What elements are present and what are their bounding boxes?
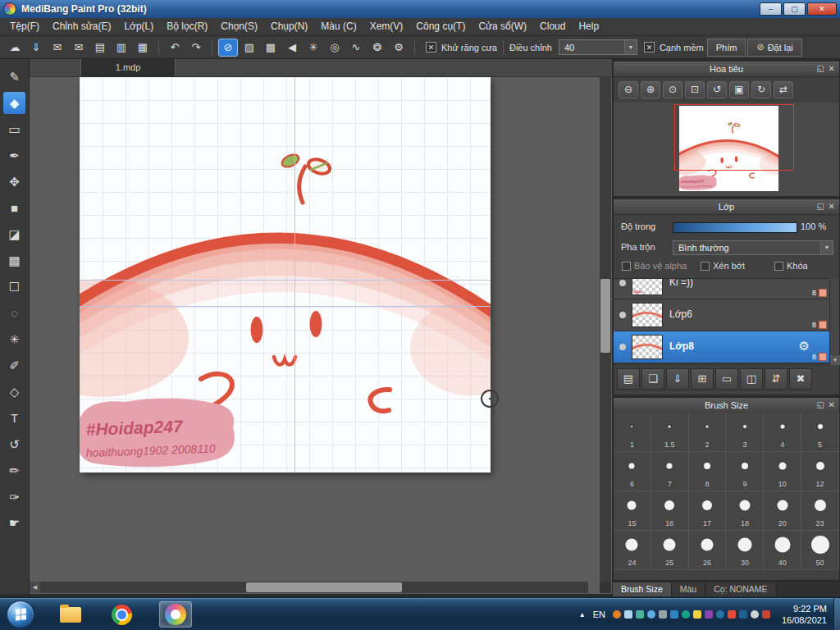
brush-size-3[interactable]: 3 (726, 413, 764, 452)
menu-item-9[interactable]: Cửa sổ(W) (472, 18, 533, 35)
layer-settings-gear-icon[interactable]: ⚙ (799, 339, 810, 354)
drawing-canvas[interactable]: #Hoidap247 hoaithuong1902 2008110 (80, 77, 491, 472)
blend-dropdown[interactable]: Bình thường ▼ (673, 240, 833, 255)
scroll-left-button[interactable]: ◀ (30, 582, 40, 593)
chevron-down-icon[interactable]: ▼ (624, 40, 637, 54)
brush-size-8[interactable]: 8 (689, 452, 727, 491)
brush-size-5[interactable]: 5 (801, 413, 839, 452)
target-icon[interactable]: ◎ (325, 39, 345, 57)
tray-icon[interactable] (705, 610, 713, 619)
tray-icon[interactable] (659, 610, 667, 619)
tray-icon[interactable] (693, 610, 701, 619)
eyedropper-tool[interactable]: ✑ (3, 486, 25, 508)
document-tab[interactable]: 1.mdp (80, 59, 176, 76)
clock[interactable]: 9:22 PM 16/08/2021 (775, 603, 827, 627)
scatter-icon[interactable]: ✳ (304, 39, 323, 57)
lock-checkbox[interactable]: Khóa (774, 261, 808, 271)
brush-size-1[interactable]: 1 (614, 413, 651, 452)
tray-icon[interactable] (728, 610, 736, 619)
layer-row-1[interactable]: Lớp68 (614, 299, 829, 331)
zoom-actual-icon[interactable]: ⊡ (685, 81, 705, 98)
cloud-icon[interactable]: ☁ (5, 39, 25, 57)
page-grid-icon[interactable]: ▦ (133, 39, 153, 57)
vertical-scrollbar[interactable] (600, 76, 611, 582)
tray-icon[interactable] (682, 610, 690, 619)
antialias-off-icon[interactable]: ⊘ (218, 39, 238, 57)
menu-item-0[interactable]: Tệp(F) (3, 18, 46, 35)
vertical-scrollbar-thumb[interactable] (600, 279, 610, 353)
rotate-reset-icon[interactable]: ▣ (729, 81, 749, 98)
panel-tab-0[interactable]: Brush Size (613, 582, 672, 596)
tone-icon[interactable]: ▨ (240, 39, 259, 57)
layer-row-0[interactable]: Ki =))8 (614, 278, 829, 299)
rectangle-tool[interactable]: ▭ (3, 118, 25, 140)
close-icon[interactable]: ✕ (829, 62, 835, 76)
brush-size-40[interactable]: 40 (764, 531, 801, 570)
horizontal-scrollbar[interactable] (40, 582, 588, 593)
close-button[interactable]: ✕ (807, 2, 837, 16)
zoom-in-icon[interactable]: ⊕ (641, 81, 660, 98)
folder-icon[interactable]: ▭ (715, 368, 738, 390)
clipping-checkbox[interactable]: Xén bớt (701, 261, 745, 271)
brush-size-10[interactable]: 10 (764, 452, 801, 491)
tray-icon[interactable] (624, 610, 632, 619)
brush-size-6[interactable]: 6 (614, 452, 651, 491)
brush-size-26[interactable]: 26 (689, 531, 727, 570)
pencil-tool[interactable]: ✏ (3, 459, 25, 482)
text-tool[interactable]: T (3, 407, 25, 429)
tray-icon[interactable] (613, 610, 621, 619)
flip-icon[interactable]: ⇄ (774, 81, 793, 98)
protect-alpha-checkbox[interactable]: Bảo vệ alpha (622, 261, 687, 271)
tray-icon[interactable] (716, 610, 724, 619)
popout-icon[interactable]: ◱ (817, 199, 824, 214)
layer-visibility-icon[interactable] (619, 280, 626, 286)
rotate-left-icon[interactable]: ↺ (707, 81, 727, 98)
navigator-view[interactable]: #Hoidap247 hoaithuong1902 2008110 (614, 103, 839, 196)
tray-icon[interactable] (670, 610, 678, 619)
tray-icon[interactable] (647, 610, 655, 619)
rosette-icon[interactable]: ❂ (368, 39, 387, 57)
gradient-tool[interactable]: ▩ (3, 249, 25, 272)
minimize-button[interactable]: – (760, 2, 782, 16)
menu-item-1[interactable]: Chỉnh sửa(E) (46, 18, 117, 35)
new-layer-icon[interactable]: ▤ (617, 368, 640, 390)
medibang-taskbar-button[interactable] (159, 601, 192, 628)
panel-tab-1[interactable]: Màu (672, 582, 705, 596)
start-button[interactable] (7, 600, 34, 628)
close-icon[interactable]: ✕ (829, 199, 835, 214)
tray-icon[interactable] (739, 610, 747, 619)
menu-item-11[interactable]: Help (572, 18, 605, 35)
horizontal-scrollbar-thumb[interactable] (246, 582, 402, 592)
select-eraser-tool[interactable]: ◇ (3, 381, 25, 403)
rotate-right-icon[interactable]: ↻ (751, 81, 771, 98)
popout-icon[interactable]: ◱ (817, 62, 824, 76)
menu-item-2[interactable]: Lớp(L) (117, 18, 160, 35)
chevron-down-icon[interactable]: ▼ (820, 241, 833, 254)
select-pen-tool[interactable]: ✐ (3, 354, 25, 377)
save-icon[interactable]: ⇓ (26, 39, 46, 57)
page-list-icon[interactable]: ▥ (112, 39, 131, 57)
language-indicator[interactable]: EN (591, 609, 608, 620)
redo-icon[interactable]: ↷ (186, 39, 206, 57)
import-layer-icon[interactable]: ⇓ (666, 368, 689, 390)
eraser-tool[interactable]: ◆ (3, 92, 25, 114)
curve-icon[interactable]: ∿ (346, 39, 366, 57)
brush-size-9[interactable]: 9 (726, 452, 764, 491)
add-folder-icon[interactable]: ⊞ (691, 368, 714, 390)
transfer-layer-icon[interactable]: ⇵ (765, 368, 788, 390)
soft-edge-checkbox[interactable]: ✕ (644, 42, 655, 52)
reset-button[interactable]: ⊘ Đặt lại (747, 39, 801, 57)
tray-icon[interactable] (751, 610, 759, 619)
scroll-down-icon[interactable]: ▼ (830, 355, 840, 365)
tray-icon[interactable] (636, 610, 644, 619)
brush-size-25[interactable]: 25 (651, 531, 689, 570)
popout-icon[interactable]: ◱ (817, 398, 824, 413)
close-icon[interactable]: ✕ (829, 398, 835, 413)
brush-size-50[interactable]: 50 (801, 531, 839, 570)
screentone-icon[interactable]: ▩ (261, 39, 281, 57)
settings-gear-icon[interactable]: ⚙ (389, 39, 409, 57)
layer-row-2[interactable]: Lớp8⚙8 (614, 331, 829, 363)
zoom-out-icon[interactable]: ⊖ (619, 81, 638, 98)
brush-size-7[interactable]: 7 (651, 452, 689, 491)
navigator-view-rect[interactable] (674, 104, 794, 171)
